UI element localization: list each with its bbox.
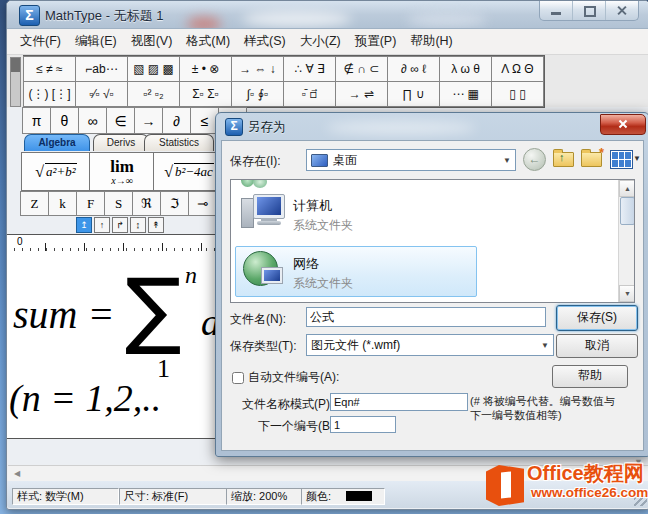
palette-relational-icon[interactable]: ≤ ≠ ≈	[23, 56, 76, 82]
menu-format[interactable]: 格式(M)	[179, 29, 237, 54]
template-matrix-icon[interactable]: ⋯ ▦	[439, 81, 492, 107]
palette-spaces-icon[interactable]: ⌐ab⋯	[75, 56, 128, 82]
formula-lhs: sum =	[13, 295, 114, 335]
template-overbar-vector-icon[interactable]: ▫̄ ▫⃗	[283, 81, 336, 107]
template-boxes-icon[interactable]: ▯ ▯	[491, 81, 544, 107]
letter-z-button[interactable]: Z	[20, 191, 49, 216]
symbol-pi-button[interactable]: π	[22, 107, 51, 134]
template-limit-button[interactable]: lim x→∞	[89, 152, 155, 191]
palette-embellishments-icon[interactable]: ▧ ▨ ▩	[127, 56, 180, 82]
toolbar-grip[interactable]	[10, 57, 21, 107]
file-name-label: 文件名(N):	[230, 311, 286, 328]
dialog-titlebar-blur-blob	[326, 121, 476, 135]
symbol-element-button[interactable]: ∈	[106, 107, 135, 134]
desktop-icon	[311, 154, 328, 167]
symbol-partial-button[interactable]: ∂	[162, 107, 191, 134]
file-type-combobox[interactable]: 图元文件 (*.wmf) ▼	[306, 334, 554, 356]
file-item-computer[interactable]: 计算机	[293, 197, 332, 215]
save-in-combobox[interactable]: 桌面 ▼	[306, 149, 516, 171]
symbol-multimap-button[interactable]: ⊸	[188, 191, 217, 216]
watermark-title: Office教程网	[527, 460, 644, 487]
palette-operators-icon[interactable]: ± • ⊗	[179, 56, 232, 82]
palette-greek-upper-icon[interactable]: Λ Ω Θ	[491, 56, 544, 82]
file-name-input[interactable]	[306, 307, 546, 327]
close-button[interactable]	[606, 1, 638, 20]
menu-file[interactable]: 文件(F)	[13, 29, 68, 54]
chevron-down-icon[interactable]: ▼	[503, 156, 511, 165]
template-subscript-superscript-icon[interactable]: ▫² ▫₂	[127, 81, 180, 107]
menu-style[interactable]: 样式(S)	[237, 29, 293, 54]
letter-fraktur-m-button[interactable]: ℑ	[160, 191, 189, 216]
up-one-level-button[interactable]: ↑	[553, 152, 574, 167]
toolbar-grid: ≤ ≠ ≈ ⌐ab⋯ ▧ ▨ ▩ ± • ⊗ → ⇔ ↓ ∴ ∀ ∃ ∉ ∩ ⊂…	[23, 55, 545, 108]
letter-fraktur-a-button[interactable]: ℜ	[132, 191, 161, 216]
letter-s-button[interactable]: S	[104, 191, 133, 216]
restore-icon	[584, 6, 596, 17]
tab-statistics[interactable]: Statistics	[144, 134, 214, 151]
symbol-theta-button[interactable]: θ	[50, 107, 79, 134]
office-logo-numeral	[501, 471, 511, 498]
tab-stop-right-button[interactable]: ↱	[112, 217, 128, 233]
tab-stop-bar-button[interactable]: ↟	[148, 217, 164, 233]
pattern-input[interactable]	[330, 393, 468, 411]
tab-stop-left-button[interactable]: ↥	[76, 217, 92, 233]
minimize-button[interactable]	[540, 1, 573, 20]
letter-f-button[interactable]: F	[76, 191, 105, 216]
tab-algebra[interactable]: Algebra	[24, 134, 90, 151]
pattern-note: (# 将被编号代替。编号数值与 下一编号数值相等)	[470, 394, 642, 422]
file-item-network-type: 系统文件夹	[293, 275, 353, 292]
palette-greek-lower-icon[interactable]: λ ω θ	[439, 56, 492, 82]
template-fences-icon[interactable]: (⋮) [⋮]	[23, 81, 76, 107]
status-size: 尺寸: 标准(F)	[119, 488, 229, 505]
restore-button[interactable]	[573, 1, 606, 20]
help-button[interactable]: 帮助	[552, 365, 628, 388]
template-summation-icon[interactable]: Σ▫ Σ▫	[179, 81, 232, 107]
new-folder-button[interactable]: *	[581, 152, 602, 167]
template-fraction-radical-icon[interactable]: ▫⁄▫ √▫	[75, 81, 128, 107]
palette-sets-icon[interactable]: ∉ ∩ ⊂	[335, 56, 388, 82]
symbol-infinity-button[interactable]: ∞	[78, 107, 107, 134]
file-list[interactable]: 计算机 系统文件夹 网络 系统文件夹 ▲ ▼	[230, 179, 635, 303]
titlebar[interactable]: Σ MathType - 无标题 1	[7, 1, 648, 29]
window-title: MathType - 无标题 1	[45, 7, 163, 25]
template-labeled-arrows-icon[interactable]: → ⇌	[335, 81, 388, 107]
pattern-note-line2: 下一编号数值相等)	[470, 408, 642, 422]
template-product-union-icon[interactable]: ∏ ∪	[387, 81, 440, 107]
menu-preferences[interactable]: 预置(P)	[348, 29, 404, 54]
menu-help[interactable]: 帮助(H)	[403, 29, 459, 54]
scroll-up-icon[interactable]: ▲	[619, 180, 635, 197]
tab-derivs[interactable]: Derivs	[93, 134, 149, 151]
file-item-network[interactable]: 网络	[293, 255, 319, 273]
back-button[interactable]: ←	[523, 148, 546, 171]
symbol-toolbar: ≤ ≠ ≈ ⌐ab⋯ ▧ ▨ ▩ ± • ⊗ → ⇔ ↓ ∴ ∀ ∃ ∉ ∩ ⊂…	[7, 55, 648, 107]
status-style: 样式: 数学(M)	[12, 488, 119, 505]
menu-view[interactable]: 视图(V)	[124, 29, 180, 54]
auto-number-checkbox[interactable]	[232, 372, 244, 384]
palette-logic-icon[interactable]: ∴ ∀ ∃	[283, 56, 336, 82]
file-list-scrollbar[interactable]: ▲ ▼	[618, 180, 634, 302]
template-sqrt-a2b2-button[interactable]: √a²+b²	[21, 152, 91, 191]
save-in-label: 保存在(I):	[230, 153, 281, 170]
tab-stop-center-button[interactable]: ↑	[94, 217, 110, 233]
close-icon	[622, 119, 624, 129]
menu-size[interactable]: 大小(Z)	[293, 29, 348, 54]
views-menu-button[interactable]: ▼	[610, 149, 641, 168]
dialog-close-button[interactable]	[600, 114, 646, 135]
tab-stop-decimal-button[interactable]: ↨	[130, 217, 146, 233]
template-integral-icon[interactable]: ∫▫ ∮▫	[231, 81, 284, 107]
cancel-button[interactable]: 取消	[556, 334, 638, 358]
menu-edit[interactable]: 编辑(E)	[68, 29, 124, 54]
scrollbar-thumb[interactable]	[620, 197, 635, 225]
letter-k-button[interactable]: k	[48, 191, 77, 216]
dialog-titlebar[interactable]: Σ 另存为	[216, 113, 648, 140]
palette-misc-icon[interactable]: ∂ ∞ ℓ	[387, 56, 440, 82]
close-icon	[621, 5, 623, 16]
chevron-down-icon[interactable]: ▼	[541, 341, 549, 350]
scroll-left-icon[interactable]: ◀	[14, 469, 20, 478]
ruler-zero-label: 0	[17, 236, 25, 247]
scroll-down-icon[interactable]: ▼	[619, 285, 635, 302]
symbol-arrow-button[interactable]: →	[134, 107, 163, 134]
next-number-input[interactable]	[330, 416, 396, 433]
save-button[interactable]: 保存(S)	[556, 305, 638, 331]
palette-arrows-icon[interactable]: → ⇔ ↓	[231, 56, 284, 82]
